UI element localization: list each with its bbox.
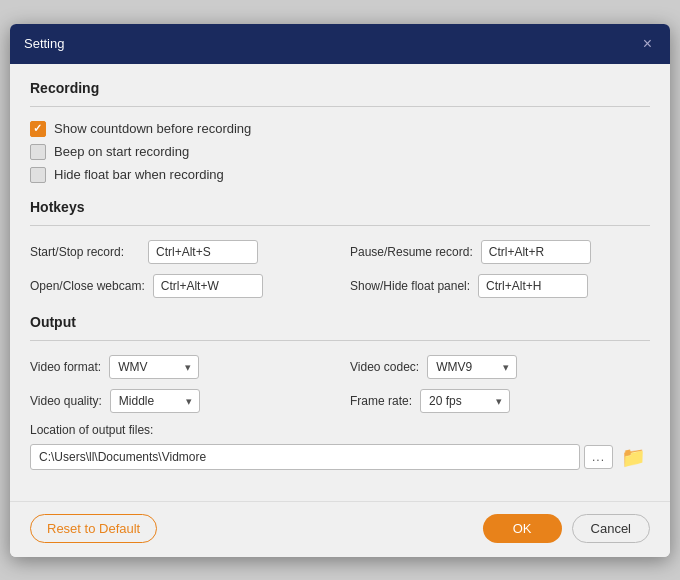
hotkey-input-start-stop[interactable] — [148, 240, 258, 264]
hotkey-input-pause-resume[interactable] — [481, 240, 591, 264]
video-quality-row: Video quality: Low Middle High Lossless — [30, 389, 330, 413]
title-bar: Setting × — [10, 24, 670, 64]
ok-button[interactable]: OK — [483, 514, 562, 543]
frame-rate-label: Frame rate: — [350, 394, 412, 408]
settings-dialog: Setting × Recording Show countdown befor… — [10, 24, 670, 557]
video-quality-select-wrapper: Low Middle High Lossless — [110, 389, 200, 413]
hotkeys-grid: Start/Stop record: Pause/Resume record: … — [30, 240, 650, 298]
hotkeys-section: Hotkeys Start/Stop record: Pause/Resume … — [30, 199, 650, 298]
frame-rate-row: Frame rate: 15 fps 20 fps 24 fps 30 fps … — [350, 389, 650, 413]
hotkey-label-webcam: Open/Close webcam: — [30, 279, 145, 293]
close-button[interactable]: × — [639, 34, 656, 54]
footer: Reset to Default OK Cancel — [10, 501, 670, 557]
recording-divider — [30, 106, 650, 107]
hotkey-label-start-stop: Start/Stop record: — [30, 245, 140, 259]
video-codec-label: Video codec: — [350, 360, 419, 374]
video-quality-label: Video quality: — [30, 394, 102, 408]
video-format-select[interactable]: WMV MP4 AVI MOV GIF — [109, 355, 199, 379]
location-dots-button[interactable]: ... — [584, 445, 613, 469]
recording-title: Recording — [30, 80, 650, 96]
video-format-label: Video format: — [30, 360, 101, 374]
hotkey-label-pause-resume: Pause/Resume record: — [350, 245, 473, 259]
checkbox-row-2: Beep on start recording — [30, 144, 650, 160]
content-area: Recording Show countdown before recordin… — [10, 64, 670, 501]
hotkey-row-float-panel: Show/Hide float panel: — [350, 274, 650, 298]
hotkey-input-float-panel[interactable] — [478, 274, 588, 298]
output-divider — [30, 340, 650, 341]
checkbox-beep[interactable] — [30, 144, 46, 160]
cancel-button[interactable]: Cancel — [572, 514, 650, 543]
video-quality-select[interactable]: Low Middle High Lossless — [110, 389, 200, 413]
frame-rate-select-wrapper: 15 fps 20 fps 24 fps 30 fps 60 fps — [420, 389, 510, 413]
hotkey-row-start-stop: Start/Stop record: — [30, 240, 330, 264]
location-row: ... 📁 — [30, 443, 650, 471]
hotkey-row-webcam: Open/Close webcam: — [30, 274, 330, 298]
recording-section: Recording Show countdown before recordin… — [30, 80, 650, 183]
hotkeys-title: Hotkeys — [30, 199, 650, 215]
folder-icon-button[interactable]: 📁 — [617, 443, 650, 471]
checkbox-row-1: Show countdown before recording — [30, 121, 650, 137]
dialog-title: Setting — [24, 36, 64, 51]
output-grid: Video format: WMV MP4 AVI MOV GIF Video … — [30, 355, 650, 413]
video-format-select-wrapper: WMV MP4 AVI MOV GIF — [109, 355, 199, 379]
hotkeys-divider — [30, 225, 650, 226]
video-codec-row: Video codec: WMV9 H.264 H.265 MPEG-4 — [350, 355, 650, 379]
hotkey-label-float-panel: Show/Hide float panel: — [350, 279, 470, 293]
location-input[interactable] — [30, 444, 580, 470]
checkbox-label-3: Hide float bar when recording — [54, 167, 224, 182]
frame-rate-select[interactable]: 15 fps 20 fps 24 fps 30 fps 60 fps — [420, 389, 510, 413]
checkbox-countdown[interactable] — [30, 121, 46, 137]
reset-button[interactable]: Reset to Default — [30, 514, 157, 543]
video-format-row: Video format: WMV MP4 AVI MOV GIF — [30, 355, 330, 379]
checkbox-row-3: Hide float bar when recording — [30, 167, 650, 183]
checkbox-label-2: Beep on start recording — [54, 144, 189, 159]
checkbox-hide-float[interactable] — [30, 167, 46, 183]
output-title: Output — [30, 314, 650, 330]
location-label: Location of output files: — [30, 423, 650, 437]
output-section: Output Video format: WMV MP4 AVI MOV GIF — [30, 314, 650, 471]
hotkey-row-pause-resume: Pause/Resume record: — [350, 240, 650, 264]
hotkey-input-webcam[interactable] — [153, 274, 263, 298]
checkbox-label-1: Show countdown before recording — [54, 121, 251, 136]
video-codec-select-wrapper: WMV9 H.264 H.265 MPEG-4 — [427, 355, 517, 379]
video-codec-select[interactable]: WMV9 H.264 H.265 MPEG-4 — [427, 355, 517, 379]
